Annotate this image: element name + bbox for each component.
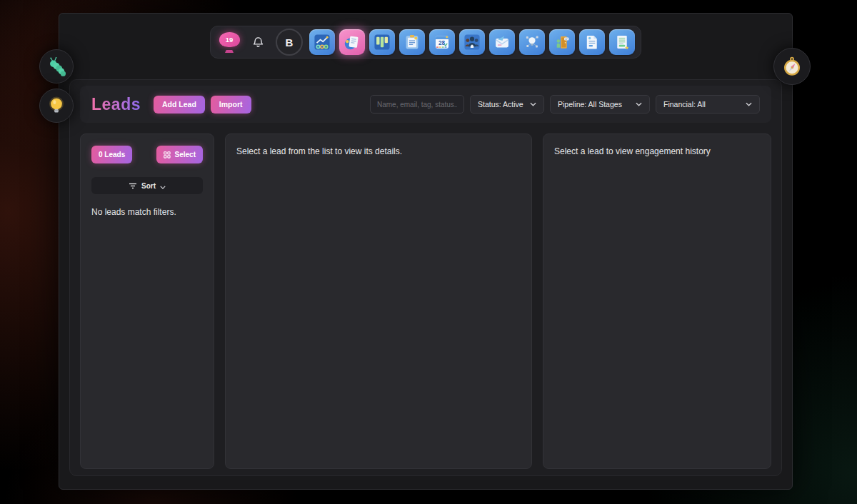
badge-stand <box>225 50 234 53</box>
avatar-letter: B <box>286 36 294 49</box>
sort-lines-icon <box>129 183 137 189</box>
financial-filter-value: Financial: All <box>663 100 706 109</box>
app-icon-ideas[interactable] <box>519 29 545 55</box>
select-mode-button[interactable]: Select <box>156 146 203 163</box>
calendar-day: 28 <box>438 40 446 46</box>
app-icon-tasks[interactable] <box>399 29 425 55</box>
engagement-placeholder-text: Select a lead to view engagement history <box>554 146 760 156</box>
app-icon-contacts[interactable] <box>459 29 485 55</box>
chevron-down-icon <box>160 186 166 189</box>
lightbulb-button[interactable] <box>39 89 74 123</box>
compass-icon <box>780 54 804 79</box>
pipeline-filter-value: Pipeline: All Stages <box>558 100 622 109</box>
lead-count-button[interactable]: 0 Leads <box>91 146 132 163</box>
notification-badge[interactable]: 19 <box>216 29 242 56</box>
app-window: 19 B <box>59 13 793 490</box>
lead-details-panel: Select a lead from the list to view its … <box>225 133 532 469</box>
search-input[interactable] <box>370 95 464 114</box>
select-button-label: Select <box>175 151 196 158</box>
select-grid-icon <box>164 151 171 158</box>
page-title: Leads <box>91 95 141 114</box>
sort-label: Sort <box>141 182 156 190</box>
chevron-down-icon <box>636 102 642 106</box>
lightbulb-icon <box>46 95 67 116</box>
engagement-history-panel: Select a lead to view engagement history <box>543 133 771 469</box>
app-icon-mail[interactable] <box>489 29 515 55</box>
app-icon-door[interactable] <box>549 29 575 55</box>
status-filter-dropdown[interactable]: Status: Active <box>470 95 544 114</box>
panels-row: 0 Leads Select <box>80 133 771 469</box>
sort-dropdown[interactable]: Sort <box>91 177 203 194</box>
page-header: Leads Add Lead Import Status: Active Pip… <box>80 86 771 123</box>
app-icon-kanban[interactable] <box>369 29 395 55</box>
app-icon-calendar[interactable]: 28 <box>429 29 455 55</box>
avatar[interactable]: B <box>276 29 303 56</box>
compass-button[interactable] <box>773 48 811 85</box>
content-container: Leads Add Lead Import Status: Active Pip… <box>69 79 782 476</box>
status-filter-value: Status: Active <box>478 100 523 109</box>
caterpillar-button[interactable] <box>39 49 74 84</box>
import-button[interactable]: Import <box>211 96 251 114</box>
leads-list-panel: 0 Leads Select <box>80 133 214 469</box>
leads-empty-message: No leads match filters. <box>91 207 203 217</box>
app-icon-leads-active[interactable] <box>339 29 365 55</box>
top-toolbar: 19 B <box>210 26 641 59</box>
add-lead-button[interactable]: Add Lead <box>154 96 205 114</box>
pipeline-filter-dropdown[interactable]: Pipeline: All Stages <box>550 95 650 114</box>
app-icon-documents[interactable] <box>579 29 605 55</box>
bell-icon[interactable] <box>246 29 269 55</box>
chevron-down-icon <box>530 102 536 106</box>
caterpillar-icon <box>45 55 68 78</box>
details-placeholder-text: Select a lead from the list to view its … <box>236 146 521 156</box>
app-icon-analytics[interactable] <box>309 29 335 55</box>
notification-count: 19 <box>219 32 240 47</box>
financial-filter-dropdown[interactable]: Financial: All <box>656 95 760 114</box>
app-icon-receipt[interactable] <box>609 29 635 55</box>
chevron-down-icon <box>746 102 752 106</box>
